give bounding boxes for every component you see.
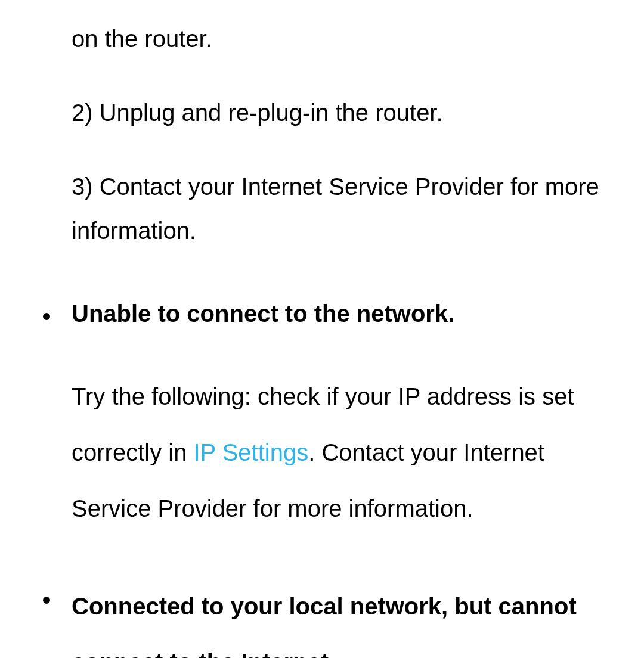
bullet-connected-local-no-internet: Connected to your local network, but can… xyxy=(72,578,620,658)
step-2: 2) Unplug and re-plug-in the router. xyxy=(72,91,620,135)
bullet-unable-to-connect: Unable to connect to the network. Try th… xyxy=(72,294,620,536)
bullet-body: Try the following: check if your IP addr… xyxy=(72,368,620,536)
bullet-heading: Connected to your local network, but can… xyxy=(72,578,620,658)
bullet-icon xyxy=(43,597,50,604)
step-3: 3) Contact your Internet Service Provide… xyxy=(72,164,620,253)
bullet-icon xyxy=(43,313,50,320)
step-fragment-top: on the router. xyxy=(72,17,620,61)
bullet-heading: Unable to connect to the network. xyxy=(72,294,620,333)
help-article-body: on the router. 2) Unplug and re-plug-in … xyxy=(0,17,644,658)
ip-settings-link[interactable]: IP Settings xyxy=(194,439,309,465)
